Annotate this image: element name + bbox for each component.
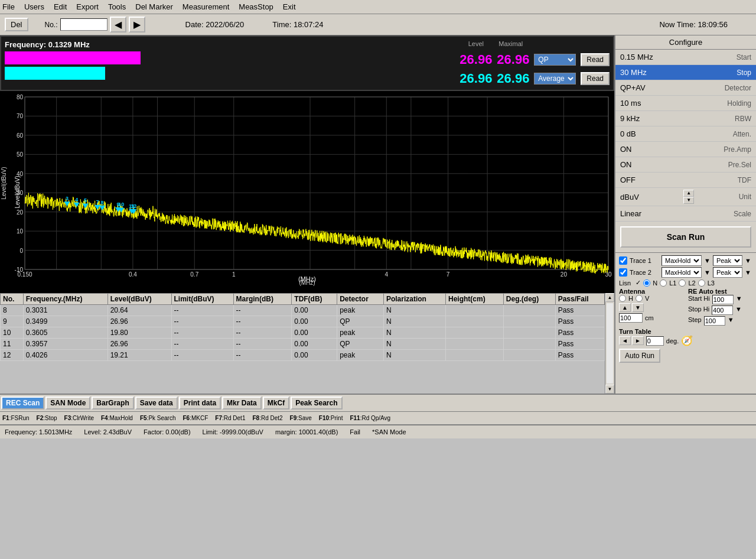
trace2-mode-select[interactable]: MaxHold	[662, 267, 702, 278]
menu-measstop[interactable]: MeasStop	[239, 2, 273, 11]
detector-select-1[interactable]: QP Peak Average	[534, 54, 576, 66]
fkey-f1[interactable]: F1:FSRun	[2, 415, 30, 421]
td-0-6: peak	[337, 305, 384, 316]
stop-hi-input[interactable]	[712, 306, 733, 315]
config-row-4[interactable]: 9 kHzRBW	[615, 111, 756, 126]
table-header: No.Frequency.(MHz)Level(dBuV)Limit(dBuV)…	[1, 294, 605, 305]
config-row-10[interactable]: LinearScale	[615, 206, 756, 222]
config-row-6[interactable]: ONPre.Amp	[615, 142, 756, 157]
read-button-1[interactable]: Read	[581, 53, 610, 66]
trace1-type-select[interactable]: Peak	[713, 255, 742, 266]
fkey-f5[interactable]: F5:Pk Search	[140, 415, 176, 421]
table-scroll[interactable]: No.Frequency.(MHz)Level(dBuV)Limit(dBuV)…	[0, 293, 605, 394]
table-row[interactable]: 80.303120.64----0.00peakNPass	[1, 305, 605, 316]
trace2-type-select[interactable]: Peak	[713, 267, 742, 278]
antenna-down-button[interactable]: ▼	[632, 303, 644, 312]
fkey-f7[interactable]: F7:Rd Det1	[215, 415, 245, 421]
fkey-f2[interactable]: F2:Stop	[37, 415, 57, 421]
bargraph-button[interactable]: BarGraph	[92, 396, 133, 410]
deg-input[interactable]	[646, 336, 664, 346]
level-header: Level	[460, 40, 492, 47]
fkey-desc-10: Rd Qp/Avg	[361, 415, 390, 421]
unit-up-button[interactable]: ▲	[683, 190, 694, 197]
auto-run-button[interactable]: Auto Run	[619, 349, 660, 363]
save-data-button[interactable]: Save data	[135, 396, 178, 410]
mkcf-button[interactable]: MkCf	[263, 396, 289, 410]
del-button[interactable]: Del	[5, 18, 28, 31]
mkr-data-button[interactable]: Mkr Data	[222, 396, 262, 410]
config-row-1[interactable]: 30 MHzStop	[615, 65, 756, 80]
turn-left-button[interactable]: ◄	[619, 336, 631, 345]
menu-measurement[interactable]: Measurement	[183, 2, 229, 11]
trace2-label: Trace 2	[630, 269, 659, 276]
table-row[interactable]: 120.402619.21----0.00peakNPass	[1, 350, 605, 361]
menu-exit[interactable]: Exit	[283, 2, 296, 11]
menu-tools[interactable]: Tools	[108, 2, 126, 11]
fkey-f6[interactable]: F6:MKCF	[183, 415, 208, 421]
config-row-8[interactable]: OFFTDF	[615, 173, 756, 188]
step-row: Step ▼	[688, 316, 752, 326]
td-0-7: N	[383, 305, 445, 316]
right-panel: Configure 0.15 MHzStart30 MHzStopQP+AVDe…	[614, 35, 756, 394]
menu-export[interactable]: Export	[76, 2, 99, 11]
read-button-2[interactable]: Read	[581, 72, 610, 85]
scan-run-button[interactable]: Scan Run	[620, 226, 751, 248]
data-table-area: No.Frequency.(MHz)Level(dBuV)Limit(dBuV)…	[0, 293, 614, 394]
antenna-up-button[interactable]: ▲	[619, 303, 631, 312]
config-row-2[interactable]: QP+AVDetector	[615, 80, 756, 96]
trace2-checkbox[interactable]	[619, 268, 627, 277]
scroll-down-button[interactable]: ▼	[605, 385, 614, 394]
table-row[interactable]: 100.360519.80----0.00peakNPass	[1, 327, 605, 339]
table-scrollbar[interactable]: ▲ ▼	[605, 293, 614, 394]
unit-down-button[interactable]: ▼	[683, 197, 694, 204]
fkey-f9[interactable]: F9:Save	[290, 415, 312, 421]
fkey-f8[interactable]: F8:Rd Det2	[252, 415, 282, 421]
fkey-label-3: F4	[101, 415, 108, 421]
status-bar: Frequency: 1.5013MHz Level: 2.43dBuV Fac…	[0, 424, 756, 438]
fkey-desc-0: FSRun	[11, 415, 29, 421]
fkey-f4[interactable]: F4:MaxHold	[101, 415, 133, 421]
menu-file[interactable]: File	[2, 2, 15, 11]
fkey-label-8: F9	[290, 415, 297, 421]
peak-search-button[interactable]: Peak Search	[291, 396, 342, 410]
table-row[interactable]: 90.349926.96----0.00QPNPass	[1, 316, 605, 327]
table-row[interactable]: 110.395726.96----0.00QPNPass	[1, 339, 605, 350]
menu-users[interactable]: Users	[24, 2, 44, 11]
config-row-5[interactable]: 0 dBAtten.	[615, 126, 756, 142]
toolbar: Del No.: ◀ ▶ Date: 2022/06/20 Time: 18:0…	[0, 14, 756, 35]
fkey-f3[interactable]: F3:ClrWrite	[64, 415, 94, 421]
san-mode-button[interactable]: SAN Mode	[45, 396, 90, 410]
status-limit: Limit: -9999.00(dBuV	[203, 428, 263, 436]
nav-prev-button[interactable]: ◀	[110, 17, 126, 32]
menu-edit[interactable]: Edit	[54, 2, 67, 11]
v-radio[interactable]	[636, 295, 643, 302]
print-data-button[interactable]: Print data	[179, 396, 221, 410]
trace1-mode-select[interactable]: MaxHold	[662, 255, 702, 266]
menu-del-marker[interactable]: Del Marker	[135, 2, 173, 11]
config-row-3[interactable]: 10 msHolding	[615, 96, 756, 111]
td-3-5: 0.00	[292, 339, 337, 350]
status-level: Level: 2.43dBuV	[84, 428, 132, 436]
detector-select-2[interactable]: Average QP Peak	[534, 73, 576, 84]
no-input[interactable]	[60, 18, 107, 31]
fkey-f11[interactable]: F11:Rd Qp/Avg	[350, 415, 390, 421]
trace1-checkbox[interactable]	[619, 256, 627, 265]
config-row-7[interactable]: ONPre.Sel	[615, 157, 756, 173]
lisn-n-radio[interactable]	[643, 280, 650, 287]
config-row-0[interactable]: 0.15 MHzStart	[615, 50, 756, 65]
config-row-9[interactable]: dBuV▲▼Unit	[615, 188, 756, 206]
h-radio[interactable]	[619, 295, 626, 302]
nav-next-button[interactable]: ▶	[129, 17, 145, 32]
turn-right-button[interactable]: ►	[632, 336, 644, 345]
fkey-f10[interactable]: F10:Print	[319, 415, 343, 421]
rec-scan-button[interactable]: REC Scan	[1, 396, 44, 410]
toolbar-no-section: No.: ◀ ▶	[45, 17, 145, 32]
lisn-l1-radio[interactable]	[660, 280, 667, 287]
step-input[interactable]	[704, 316, 725, 326]
scroll-up-button[interactable]: ▲	[605, 293, 614, 302]
lisn-l2-radio[interactable]	[679, 280, 686, 287]
start-hi-input[interactable]	[712, 295, 734, 304]
config-label-9: Unit	[739, 193, 751, 201]
cm-input[interactable]	[619, 313, 643, 323]
lisn-l3-radio[interactable]	[698, 280, 705, 287]
